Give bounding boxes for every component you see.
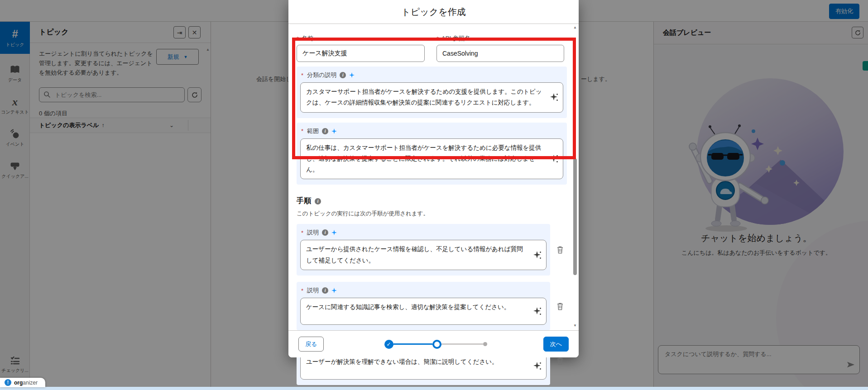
required-marker: * (301, 229, 303, 236)
ai-sparkle-icon (331, 288, 337, 293)
required-marker: * (436, 35, 439, 42)
modal-header: トピックを作成 (288, 0, 579, 24)
step-label: 説明 (307, 228, 319, 237)
required-marker: * (301, 287, 303, 294)
progress-line-done (393, 343, 432, 345)
wizard-progress: ✓ (384, 340, 487, 349)
ai-generate-button[interactable] (533, 361, 542, 371)
ai-sparkle-icon (349, 72, 355, 78)
einstein-sparkle-icon (550, 92, 559, 102)
name-label: 名前 (302, 34, 313, 43)
ai-sparkle-icon (331, 230, 337, 235)
instruction-step: * 説明 i ケースに関連する知識記事を検索し、適切な解決策を提案してください。 (297, 282, 550, 330)
bottom-edge-strip (0, 387, 868, 390)
cloud-extension-icon: ! (5, 379, 11, 386)
einstein-sparkle-icon (533, 250, 542, 260)
ai-sparkle-icon (331, 128, 337, 134)
scrollbar-thumb[interactable] (573, 158, 577, 275)
badge-label-rest: anizer (23, 380, 38, 386)
name-input[interactable] (297, 45, 425, 62)
trash-icon (556, 246, 564, 254)
info-icon[interactable]: i (322, 128, 328, 134)
required-marker: * (301, 72, 303, 79)
trash-icon (556, 357, 564, 365)
api-name-input[interactable] (436, 45, 564, 62)
info-icon[interactable]: i (322, 287, 328, 294)
scope-label: 範囲 (307, 127, 319, 135)
badge-label-bold: org (14, 380, 23, 386)
scope-textarea[interactable]: 私の仕事は、カスタマーサポート担当者がケースを解決するために必要な情報を提供し、… (300, 138, 563, 180)
ai-generate-button[interactable] (533, 306, 542, 316)
app-root: 有効化 # トピック データ x コンテキスト イベント クイックア (0, 0, 868, 390)
step-label: 説明 (307, 286, 319, 295)
instructions-heading-row: 手順 i (297, 196, 569, 206)
progress-line-todo (441, 343, 483, 345)
classification-textarea[interactable]: カスタマーサポート担当者がケースを解決するための支援を提供します。このトピックは… (300, 82, 563, 113)
modal-title: トピックを作成 (401, 6, 465, 18)
ai-generate-button[interactable] (550, 92, 559, 102)
classification-section: * 分類の説明 i カスタマーサポート担当者がケースを解決するための支援を提供し… (297, 67, 567, 118)
next-button[interactable]: 次へ (543, 337, 569, 352)
name-api-row: *名前 *API 参照名 (297, 34, 569, 62)
einstein-sparkle-icon (533, 306, 542, 316)
required-marker: * (301, 128, 303, 134)
instructions-heading: 手順 (297, 196, 311, 206)
ai-generate-button[interactable] (533, 250, 542, 260)
instruction-step: * 説明 i ユーザーから提供されたケース情報を確認し、不足している情報があれば… (297, 224, 550, 276)
classification-label: 分類の説明 (307, 71, 336, 79)
delete-step-button[interactable] (556, 357, 564, 365)
info-icon[interactable]: i (315, 198, 321, 205)
required-marker: * (297, 35, 299, 42)
ai-generate-button[interactable] (550, 154, 559, 164)
info-icon[interactable]: i (322, 229, 328, 236)
modal-scrollbar[interactable]: ▲ ▼ (572, 25, 578, 328)
step-current-icon (432, 340, 441, 349)
instructions-subtext: このトピックの実行には次の手順が使用されます。 (297, 210, 569, 218)
scrollbar-up-arrow[interactable]: ▲ (573, 25, 577, 29)
step-complete-icon: ✓ (384, 340, 393, 349)
api-field: *API 参照名 (436, 34, 564, 62)
name-field: *名前 (297, 34, 425, 62)
create-topic-modal: トピックを作成 *名前 *API 参照名 * 分類の説明 i (288, 0, 579, 357)
delete-step-button[interactable] (556, 246, 564, 254)
info-icon[interactable]: i (340, 72, 346, 78)
scrollbar-down-arrow[interactable]: ▼ (573, 323, 577, 328)
einstein-sparkle-icon (533, 361, 542, 371)
organizer-badge[interactable]: ! organizer (0, 378, 45, 387)
scope-section: * 範囲 i 私の仕事は、カスタマーサポート担当者がケースを解決するために必要な… (297, 123, 567, 185)
trash-icon (556, 302, 564, 310)
api-label: API 参照名 (441, 34, 470, 43)
instruction-step-row: * 説明 i ケースに関連する知識記事を検索し、適切な解決策を提案してください。 (297, 282, 569, 330)
einstein-sparkle-icon (550, 154, 559, 164)
step-description-textarea[interactable]: ユーザーから提供されたケース情報を確認し、不足している情報があれば質問して補足し… (300, 240, 547, 270)
modal-footer: 戻る ✓ 次へ (288, 330, 579, 357)
step-upcoming-icon (483, 342, 487, 346)
back-button[interactable]: 戻る (298, 337, 324, 352)
delete-step-button[interactable] (556, 302, 564, 310)
instruction-step-row: * 説明 i ユーザーから提供されたケース情報を確認し、不足している情報があれば… (297, 224, 569, 276)
step-description-textarea[interactable]: ケースに関連する知識記事を検索し、適切な解決策を提案してください。 (300, 298, 547, 325)
